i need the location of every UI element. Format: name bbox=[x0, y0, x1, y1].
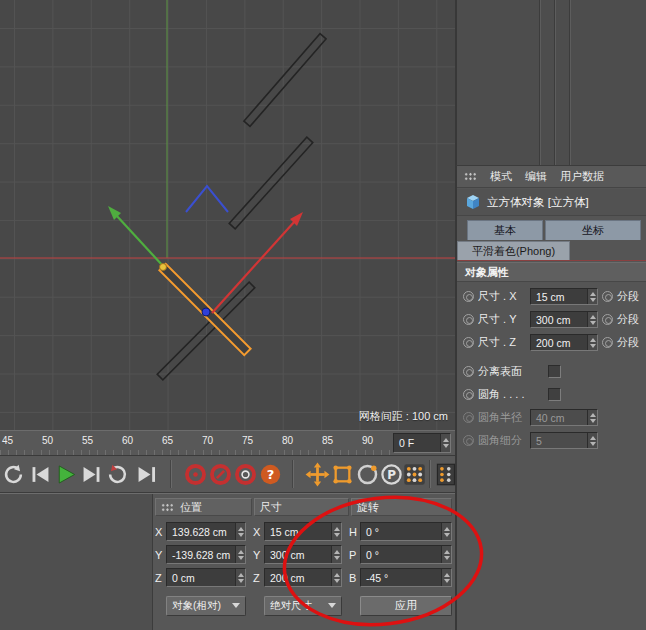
spinner-icon[interactable] bbox=[441, 523, 451, 540]
keyframe-circle-icon bbox=[463, 412, 474, 423]
layout-strip-icon[interactable] bbox=[434, 462, 459, 487]
menu-mode[interactable]: 模式 bbox=[490, 169, 512, 184]
ruler-tick-label: 65 bbox=[162, 435, 173, 446]
fillet-row: 圆角 . . . . bbox=[463, 385, 646, 404]
separate-surfaces-checkbox[interactable] bbox=[548, 365, 561, 378]
spinner-icon[interactable] bbox=[587, 335, 597, 350]
keyframe-circle-icon[interactable] bbox=[602, 314, 613, 325]
record-ring-icon[interactable] bbox=[233, 462, 258, 487]
timeline-ruler[interactable]: 45 50 55 60 65 70 75 80 85 90 0 F bbox=[0, 430, 455, 456]
move-tool-icon[interactable] bbox=[305, 462, 330, 487]
keyframe-circle-icon[interactable] bbox=[463, 314, 474, 325]
wireframe-bar-top[interactable] bbox=[244, 34, 326, 127]
axis-label: X bbox=[155, 526, 166, 538]
coordinate-manager: 位置 尺寸 旋转 X 139.628 cm X 15 cm H 0 ° Y -1… bbox=[0, 493, 455, 630]
attribute-manager: 模式 编辑 用户数据 立方体对象 [立方体] 基本 坐标 平滑着色(Phong)… bbox=[455, 166, 646, 630]
goto-next-key-icon[interactable] bbox=[79, 462, 104, 487]
spinner-icon bbox=[587, 433, 597, 448]
size-x-input[interactable]: 15 cm bbox=[530, 288, 598, 305]
size-y-input[interactable]: 300 cm bbox=[264, 545, 342, 564]
wireframe-bar-cross[interactable] bbox=[157, 282, 255, 380]
tab-basic[interactable]: 基本 bbox=[467, 220, 543, 240]
size-mode-dropdown[interactable]: 绝对尺寸 bbox=[264, 596, 342, 616]
spinner-icon[interactable] bbox=[235, 569, 245, 586]
ruler-tick-label: 50 bbox=[42, 435, 53, 446]
size-x-input[interactable]: 15 cm bbox=[264, 522, 342, 541]
attribute-menu-bar: 模式 编辑 用户数据 bbox=[457, 166, 646, 188]
fillet-checkbox[interactable] bbox=[548, 388, 561, 401]
loop-icon[interactable] bbox=[105, 462, 130, 487]
panel-grip-icon[interactable] bbox=[464, 172, 477, 181]
play-icon[interactable] bbox=[53, 462, 78, 487]
position-y-input[interactable]: -139.628 cm bbox=[166, 545, 246, 564]
position-z-input[interactable]: 0 cm bbox=[166, 568, 246, 587]
last-tool-p-icon[interactable]: P bbox=[379, 462, 404, 487]
ruler-tick-label: 90 bbox=[362, 435, 373, 446]
gizmo-origin-handle[interactable] bbox=[160, 264, 167, 271]
scale-tool-icon[interactable] bbox=[330, 462, 355, 487]
property-label: 圆角半径 bbox=[478, 410, 526, 425]
gizmo-red-axis[interactable] bbox=[212, 221, 295, 313]
size-z-input[interactable]: 200 cm bbox=[530, 334, 598, 351]
toolbar-separator bbox=[429, 460, 431, 488]
svg-text:?: ? bbox=[267, 467, 275, 482]
goto-previous-key-icon[interactable] bbox=[28, 462, 53, 487]
goto-end-icon[interactable] bbox=[134, 462, 159, 487]
toolbar-separator bbox=[292, 460, 294, 488]
coordinate-manager-side-area bbox=[0, 494, 153, 630]
panel-grip-icon[interactable] bbox=[161, 503, 174, 512]
rotate-tool-icon[interactable] bbox=[355, 462, 380, 487]
keyframe-circle-icon[interactable] bbox=[602, 291, 613, 302]
current-frame-input[interactable]: 0 F bbox=[393, 433, 451, 453]
record-help-icon[interactable]: ? bbox=[258, 462, 283, 487]
axis-label: X bbox=[253, 526, 264, 538]
size-z-input[interactable]: 200 cm bbox=[264, 568, 342, 587]
axis-label: H bbox=[349, 526, 360, 538]
spinner-icon[interactable] bbox=[441, 546, 451, 563]
object-properties-header[interactable]: 对象属性 bbox=[457, 262, 646, 282]
spinner-icon[interactable] bbox=[331, 569, 341, 586]
fillet-radius-row: 圆角半径 40 cm bbox=[463, 408, 646, 427]
keyframe-circle-icon[interactable] bbox=[463, 389, 474, 400]
blue-triangle-object[interactable] bbox=[186, 186, 228, 212]
segments-label: 分段 bbox=[617, 312, 639, 327]
keyframe-circle-icon[interactable] bbox=[463, 291, 474, 302]
apply-button[interactable]: 应用 bbox=[360, 596, 452, 616]
snap-grid-icon[interactable] bbox=[402, 462, 427, 487]
size-y-input[interactable]: 300 cm bbox=[530, 311, 598, 328]
rotation-h-input[interactable]: 0 ° bbox=[360, 522, 452, 541]
spinner-icon[interactable] bbox=[440, 434, 450, 452]
panel-divider bbox=[539, 0, 540, 165]
keyframe-circle-icon[interactable] bbox=[602, 337, 613, 348]
tab-coordinates[interactable]: 坐标 bbox=[545, 220, 641, 240]
spinner-icon[interactable] bbox=[587, 312, 597, 327]
viewport-canvas[interactable]: 网格间距 : 100 cm bbox=[0, 0, 455, 430]
spinner-icon[interactable] bbox=[235, 546, 245, 563]
keyframe-circle-icon[interactable] bbox=[463, 366, 474, 377]
tab-phong[interactable]: 平滑着色(Phong) bbox=[457, 241, 570, 260]
axis-label: Z bbox=[253, 572, 264, 584]
menu-edit[interactable]: 编辑 bbox=[525, 169, 547, 184]
object-mode-dropdown[interactable]: 对象(相对) bbox=[166, 596, 246, 616]
rotation-b-input[interactable]: -45 ° bbox=[360, 568, 452, 587]
record-autokey-icon[interactable] bbox=[208, 462, 233, 487]
spinner-icon[interactable] bbox=[331, 523, 341, 540]
coordinate-row-x: X 139.628 cm X 15 cm H 0 ° bbox=[155, 520, 452, 543]
record-keyframe-icon[interactable] bbox=[183, 462, 208, 487]
cycle-icon[interactable] bbox=[1, 462, 26, 487]
object-origin-point[interactable] bbox=[202, 308, 210, 316]
axis-label: Y bbox=[155, 549, 166, 561]
keyframe-circle-icon[interactable] bbox=[463, 337, 474, 348]
chevron-down-icon bbox=[328, 603, 336, 608]
axis-label: P bbox=[349, 549, 360, 561]
spinner-icon[interactable] bbox=[441, 569, 451, 586]
menu-userdata[interactable]: 用户数据 bbox=[560, 169, 604, 184]
axis-label: Z bbox=[155, 572, 166, 584]
rotation-p-input[interactable]: 0 ° bbox=[360, 545, 452, 564]
svg-text:P: P bbox=[387, 468, 396, 482]
spinner-icon[interactable] bbox=[331, 546, 341, 563]
position-x-input[interactable]: 139.628 cm bbox=[166, 522, 246, 541]
axis-label: Y bbox=[253, 549, 264, 561]
spinner-icon[interactable] bbox=[587, 289, 597, 304]
spinner-icon[interactable] bbox=[235, 523, 245, 540]
